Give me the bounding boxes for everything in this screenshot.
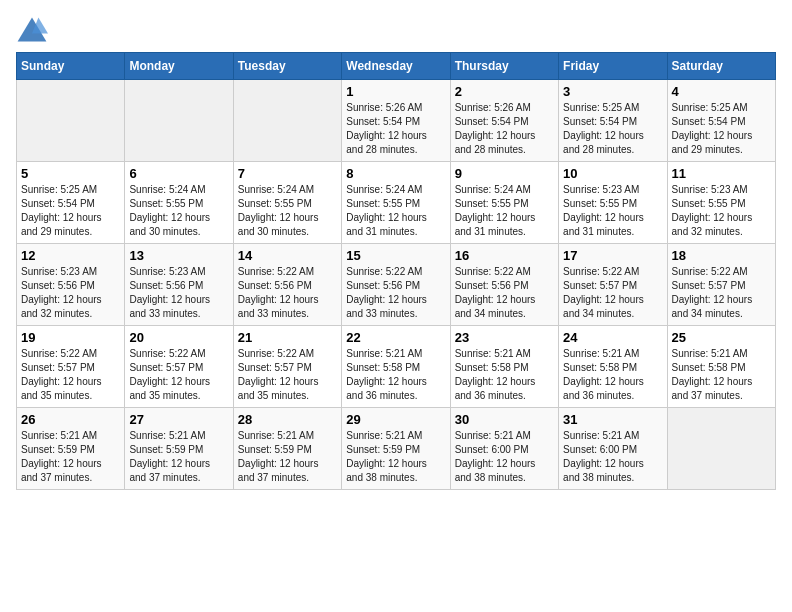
page-header [16,16,776,44]
cell-date-number: 25 [672,330,771,345]
cell-date-number: 8 [346,166,445,181]
calendar-cell: 4Sunrise: 5:25 AM Sunset: 5:54 PM Daylig… [667,80,775,162]
calendar-cell: 3Sunrise: 5:25 AM Sunset: 5:54 PM Daylig… [559,80,667,162]
cell-sun-info: Sunrise: 5:24 AM Sunset: 5:55 PM Dayligh… [238,183,337,239]
calendar-header: SundayMondayTuesdayWednesdayThursdayFrid… [17,53,776,80]
weekday-header: Saturday [667,53,775,80]
cell-date-number: 11 [672,166,771,181]
cell-sun-info: Sunrise: 5:25 AM Sunset: 5:54 PM Dayligh… [672,101,771,157]
cell-date-number: 2 [455,84,554,99]
cell-date-number: 5 [21,166,120,181]
cell-sun-info: Sunrise: 5:22 AM Sunset: 5:57 PM Dayligh… [238,347,337,403]
calendar-cell: 15Sunrise: 5:22 AM Sunset: 5:56 PM Dayli… [342,244,450,326]
calendar-table: SundayMondayTuesdayWednesdayThursdayFrid… [16,52,776,490]
weekday-header: Wednesday [342,53,450,80]
cell-sun-info: Sunrise: 5:26 AM Sunset: 5:54 PM Dayligh… [346,101,445,157]
logo-icon [16,16,48,44]
cell-sun-info: Sunrise: 5:24 AM Sunset: 5:55 PM Dayligh… [129,183,228,239]
cell-date-number: 13 [129,248,228,263]
cell-sun-info: Sunrise: 5:21 AM Sunset: 5:58 PM Dayligh… [672,347,771,403]
cell-sun-info: Sunrise: 5:23 AM Sunset: 5:56 PM Dayligh… [129,265,228,321]
weekday-header: Tuesday [233,53,341,80]
calendar-cell: 24Sunrise: 5:21 AM Sunset: 5:58 PM Dayli… [559,326,667,408]
calendar-cell: 25Sunrise: 5:21 AM Sunset: 5:58 PM Dayli… [667,326,775,408]
cell-date-number: 30 [455,412,554,427]
cell-sun-info: Sunrise: 5:21 AM Sunset: 5:59 PM Dayligh… [238,429,337,485]
cell-sun-info: Sunrise: 5:24 AM Sunset: 5:55 PM Dayligh… [455,183,554,239]
cell-date-number: 1 [346,84,445,99]
calendar-cell: 21Sunrise: 5:22 AM Sunset: 5:57 PM Dayli… [233,326,341,408]
weekday-header: Friday [559,53,667,80]
calendar-cell: 30Sunrise: 5:21 AM Sunset: 6:00 PM Dayli… [450,408,558,490]
calendar-cell: 19Sunrise: 5:22 AM Sunset: 5:57 PM Dayli… [17,326,125,408]
calendar-cell: 27Sunrise: 5:21 AM Sunset: 5:59 PM Dayli… [125,408,233,490]
calendar-cell: 16Sunrise: 5:22 AM Sunset: 5:56 PM Dayli… [450,244,558,326]
calendar-cell: 13Sunrise: 5:23 AM Sunset: 5:56 PM Dayli… [125,244,233,326]
cell-date-number: 24 [563,330,662,345]
cell-sun-info: Sunrise: 5:22 AM Sunset: 5:56 PM Dayligh… [346,265,445,321]
calendar-cell: 12Sunrise: 5:23 AM Sunset: 5:56 PM Dayli… [17,244,125,326]
cell-sun-info: Sunrise: 5:24 AM Sunset: 5:55 PM Dayligh… [346,183,445,239]
cell-date-number: 4 [672,84,771,99]
weekday-header: Thursday [450,53,558,80]
cell-sun-info: Sunrise: 5:21 AM Sunset: 5:59 PM Dayligh… [21,429,120,485]
cell-sun-info: Sunrise: 5:21 AM Sunset: 5:58 PM Dayligh… [455,347,554,403]
cell-date-number: 18 [672,248,771,263]
cell-date-number: 21 [238,330,337,345]
cell-date-number: 16 [455,248,554,263]
calendar-cell: 18Sunrise: 5:22 AM Sunset: 5:57 PM Dayli… [667,244,775,326]
cell-date-number: 7 [238,166,337,181]
cell-date-number: 22 [346,330,445,345]
cell-date-number: 19 [21,330,120,345]
calendar-cell: 28Sunrise: 5:21 AM Sunset: 5:59 PM Dayli… [233,408,341,490]
cell-sun-info: Sunrise: 5:21 AM Sunset: 6:00 PM Dayligh… [563,429,662,485]
cell-sun-info: Sunrise: 5:22 AM Sunset: 5:56 PM Dayligh… [238,265,337,321]
cell-sun-info: Sunrise: 5:22 AM Sunset: 5:57 PM Dayligh… [129,347,228,403]
cell-date-number: 10 [563,166,662,181]
calendar-cell [125,80,233,162]
cell-sun-info: Sunrise: 5:21 AM Sunset: 5:58 PM Dayligh… [346,347,445,403]
calendar-cell: 17Sunrise: 5:22 AM Sunset: 5:57 PM Dayli… [559,244,667,326]
calendar-week-row: 19Sunrise: 5:22 AM Sunset: 5:57 PM Dayli… [17,326,776,408]
calendar-cell [233,80,341,162]
calendar-week-row: 12Sunrise: 5:23 AM Sunset: 5:56 PM Dayli… [17,244,776,326]
calendar-cell: 9Sunrise: 5:24 AM Sunset: 5:55 PM Daylig… [450,162,558,244]
cell-sun-info: Sunrise: 5:21 AM Sunset: 5:58 PM Dayligh… [563,347,662,403]
calendar-cell: 14Sunrise: 5:22 AM Sunset: 5:56 PM Dayli… [233,244,341,326]
cell-sun-info: Sunrise: 5:22 AM Sunset: 5:56 PM Dayligh… [455,265,554,321]
calendar-cell: 1Sunrise: 5:26 AM Sunset: 5:54 PM Daylig… [342,80,450,162]
calendar-week-row: 1Sunrise: 5:26 AM Sunset: 5:54 PM Daylig… [17,80,776,162]
cell-date-number: 29 [346,412,445,427]
cell-sun-info: Sunrise: 5:21 AM Sunset: 5:59 PM Dayligh… [346,429,445,485]
weekday-header: Sunday [17,53,125,80]
calendar-cell: 8Sunrise: 5:24 AM Sunset: 5:55 PM Daylig… [342,162,450,244]
calendar-cell: 2Sunrise: 5:26 AM Sunset: 5:54 PM Daylig… [450,80,558,162]
cell-date-number: 31 [563,412,662,427]
cell-sun-info: Sunrise: 5:26 AM Sunset: 5:54 PM Dayligh… [455,101,554,157]
weekday-header: Monday [125,53,233,80]
cell-date-number: 6 [129,166,228,181]
calendar-cell: 6Sunrise: 5:24 AM Sunset: 5:55 PM Daylig… [125,162,233,244]
cell-date-number: 9 [455,166,554,181]
cell-date-number: 15 [346,248,445,263]
cell-date-number: 14 [238,248,337,263]
cell-sun-info: Sunrise: 5:25 AM Sunset: 5:54 PM Dayligh… [21,183,120,239]
calendar-cell: 7Sunrise: 5:24 AM Sunset: 5:55 PM Daylig… [233,162,341,244]
calendar-week-row: 26Sunrise: 5:21 AM Sunset: 5:59 PM Dayli… [17,408,776,490]
cell-date-number: 26 [21,412,120,427]
calendar-cell: 10Sunrise: 5:23 AM Sunset: 5:55 PM Dayli… [559,162,667,244]
cell-date-number: 17 [563,248,662,263]
calendar-cell: 31Sunrise: 5:21 AM Sunset: 6:00 PM Dayli… [559,408,667,490]
calendar-cell: 26Sunrise: 5:21 AM Sunset: 5:59 PM Dayli… [17,408,125,490]
calendar-cell [17,80,125,162]
cell-date-number: 12 [21,248,120,263]
cell-sun-info: Sunrise: 5:22 AM Sunset: 5:57 PM Dayligh… [672,265,771,321]
calendar-cell: 23Sunrise: 5:21 AM Sunset: 5:58 PM Dayli… [450,326,558,408]
cell-sun-info: Sunrise: 5:23 AM Sunset: 5:55 PM Dayligh… [563,183,662,239]
cell-date-number: 3 [563,84,662,99]
cell-sun-info: Sunrise: 5:22 AM Sunset: 5:57 PM Dayligh… [563,265,662,321]
calendar-cell: 20Sunrise: 5:22 AM Sunset: 5:57 PM Dayli… [125,326,233,408]
cell-sun-info: Sunrise: 5:21 AM Sunset: 5:59 PM Dayligh… [129,429,228,485]
calendar-week-row: 5Sunrise: 5:25 AM Sunset: 5:54 PM Daylig… [17,162,776,244]
cell-sun-info: Sunrise: 5:23 AM Sunset: 5:55 PM Dayligh… [672,183,771,239]
